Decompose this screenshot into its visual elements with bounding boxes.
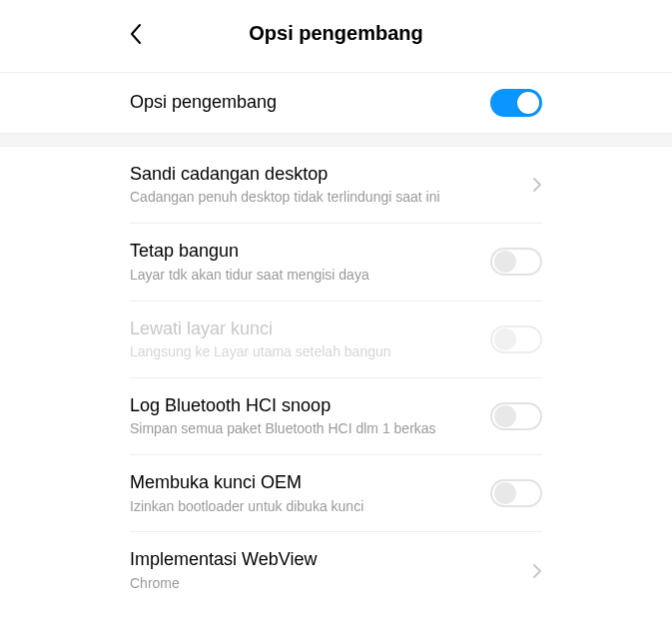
settings-row: Lewati layar kunciLangsung ke Layar utam… bbox=[130, 302, 542, 377]
toggle-switch[interactable] bbox=[490, 248, 542, 276]
toggle-switch bbox=[490, 325, 542, 353]
settings-row-title: Lewati layar kunci bbox=[130, 318, 470, 340]
settings-row[interactable]: Implementasi WebViewChrome bbox=[130, 532, 542, 608]
chevron-right-icon bbox=[532, 177, 542, 193]
settings-row-title: Log Bluetooth HCI snoop bbox=[130, 394, 470, 417]
settings-row-title: Tetap bangun bbox=[130, 240, 470, 263]
settings-list: Sandi cadangan desktopCadangan penuh des… bbox=[0, 147, 672, 609]
settings-row[interactable]: Log Bluetooth HCI snoopSimpan semua pake… bbox=[130, 378, 542, 454]
settings-row-title: Sandi cadangan desktop bbox=[130, 163, 512, 186]
settings-row-subtitle: Layar tdk akan tidur saat mengisi daya bbox=[130, 266, 470, 285]
toggle-switch[interactable] bbox=[490, 479, 542, 507]
settings-row-subtitle: Izinkan bootloader untuk dibuka kunci bbox=[130, 497, 470, 516]
settings-row[interactable]: Sandi cadangan desktopCadangan penuh des… bbox=[130, 147, 542, 223]
master-toggle-label: Opsi pengembang bbox=[130, 91, 470, 114]
developer-options-screen: Opsi pengembang Opsi pengembang Sandi ca… bbox=[0, 0, 672, 639]
chevron-right-icon bbox=[532, 563, 542, 579]
settings-row[interactable]: Tetap bangunLayar tdk akan tidur saat me… bbox=[130, 224, 542, 300]
toggle-switch[interactable] bbox=[490, 402, 542, 430]
settings-row[interactable]: Membuka kunci OEMIzinkan bootloader untu… bbox=[130, 455, 542, 531]
page-title: Opsi pengembang bbox=[0, 22, 672, 45]
settings-row-subtitle: Chrome bbox=[130, 574, 512, 593]
master-toggle-row[interactable]: Opsi pengembang bbox=[130, 73, 542, 133]
master-toggle[interactable] bbox=[490, 89, 542, 117]
settings-row-subtitle: Cadangan penuh desktop tidak terlindungi… bbox=[130, 188, 512, 207]
settings-row-subtitle: Simpan semua paket Bluetooth HCI dlm 1 b… bbox=[130, 419, 470, 438]
settings-row-title: Membuka kunci OEM bbox=[130, 471, 470, 494]
section-gap bbox=[0, 133, 672, 147]
settings-row-title: Implementasi WebView bbox=[130, 548, 512, 571]
header: Opsi pengembang bbox=[0, 0, 672, 72]
settings-row-subtitle: Langsung ke Layar utama setelah bangun bbox=[130, 342, 470, 361]
